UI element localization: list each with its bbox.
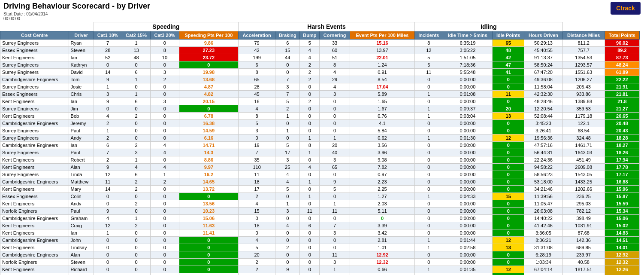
col-event-pts: Event Pts Per 100 Miles xyxy=(350,31,414,40)
cell-distance: 205.43 xyxy=(562,83,605,91)
cell-acceleration: 19 xyxy=(239,142,275,149)
table-row: Cambridgeshire Engineers John 0 0 0 0 4 … xyxy=(0,237,644,244)
cell-driver: Jim xyxy=(69,105,94,113)
cell-idle-time: 0:01:30 xyxy=(443,134,493,142)
cell-idle-time: 0:00:00 xyxy=(443,273,493,275)
table-row: Surrey Engineers Paul 1 0 0 14.59 3 1 0 … xyxy=(0,127,644,134)
cell-hours-driven: 67:47:20 xyxy=(524,69,562,76)
cell-event-pts: 3.56 xyxy=(350,142,414,149)
cell-hours-driven: 56:44:31 xyxy=(524,149,562,156)
cell-speeding-pts: 11.25 xyxy=(179,273,239,275)
cell-cat1: 14 xyxy=(94,186,122,193)
cell-braking: 44 xyxy=(275,54,300,61)
cell-driver: Paul xyxy=(69,127,94,134)
cell-braking: 5 xyxy=(275,98,300,105)
table-row: Kent Engineers Craig 12 2 0 11.63 18 4 6… xyxy=(0,222,644,229)
cell-cornering: 1 xyxy=(320,200,350,208)
cell-bump: 0 xyxy=(300,171,320,178)
cell-total-points: 15.06 xyxy=(605,215,640,222)
cell-hours-driven: 11:05:47 xyxy=(524,200,562,208)
cell-cat3: 4 xyxy=(151,149,179,156)
cell-cat3: 1 xyxy=(151,171,179,178)
cell-idle-time: 0:00:00 xyxy=(443,259,493,266)
cell-cat1: 9 xyxy=(94,208,122,215)
cell-event-pts: 0.97 xyxy=(350,171,414,178)
cell-event-pts: 0.91 xyxy=(350,69,414,76)
cell-cat3: 0 xyxy=(151,40,179,47)
cell-cat1: 0 xyxy=(94,200,122,208)
col-acceleration: Acceleration xyxy=(239,31,275,40)
cell-hours-driven: 3:36:05 xyxy=(524,229,562,237)
cell-driver: David xyxy=(69,69,94,76)
cell-total-points: 21.8 xyxy=(605,98,640,105)
cell-cat3: 2 xyxy=(151,178,179,186)
cell-braking: 0 xyxy=(275,69,300,76)
cell-bump: 8 xyxy=(300,142,320,149)
cell-speeding-pts: 14.59 xyxy=(179,127,239,134)
cell-incidents: 0 xyxy=(415,251,443,259)
cell-bump: 0 xyxy=(300,229,320,237)
cell-speeding-pts: 0 xyxy=(179,105,239,113)
cell-cornering: 3 xyxy=(320,229,350,237)
cell-idle-time: 0:00:00 xyxy=(443,186,493,193)
cell-distance: 239.97 xyxy=(562,251,605,259)
cell-cat1: 6 xyxy=(94,142,122,149)
cell-acceleration: 4 xyxy=(239,105,275,113)
cell-cornering: 40 xyxy=(320,149,350,156)
cell-acceleration: 8 xyxy=(239,69,275,76)
cell-cost-centre: Surrey Engineers xyxy=(0,171,69,178)
cell-idle-time: 0:00:00 xyxy=(443,222,493,229)
cell-cat3: 0 xyxy=(151,259,179,266)
cell-cornering: 33 xyxy=(320,40,350,47)
cell-cat3: 2 xyxy=(151,76,179,83)
start-time: 00:00:00 xyxy=(3,16,20,21)
table-row: Essex Engineers Steven 28 13 8 27.23 42 … xyxy=(0,47,644,54)
cell-cornering: 29 xyxy=(320,76,350,83)
cell-incidents: 1 xyxy=(415,193,443,200)
cell-distance: 122.1 xyxy=(562,120,605,127)
cell-acceleration: 28 xyxy=(239,83,275,91)
cell-cat1: 9 xyxy=(94,164,122,171)
cell-idle-time: 6:35:19 xyxy=(443,40,493,47)
cell-braking: 1 xyxy=(275,113,300,120)
cell-idle-time: 0:00:00 xyxy=(443,76,493,83)
cell-cat1: 11 xyxy=(94,178,122,186)
cell-driver: Paul xyxy=(69,149,94,156)
cell-idle-points: 0 xyxy=(493,142,524,149)
cell-cornering: 0 xyxy=(320,127,350,134)
cell-incidents: 1 xyxy=(415,244,443,251)
section-header-row: Speeding Harsh Events Idling xyxy=(0,22,644,31)
cell-distance: 757.7 xyxy=(562,47,605,54)
cell-bump: 0 xyxy=(300,156,320,164)
table-row: Cambridgeshire Engineers Ian 6 2 4 14.71… xyxy=(0,142,644,149)
cell-braking: 0 xyxy=(275,251,300,259)
cell-idle-points: 0 xyxy=(493,200,524,208)
cell-bump: 2 xyxy=(300,69,320,76)
cell-cost-centre: Kent Engineers xyxy=(0,200,69,208)
cell-hours-driven: 41:42:46 xyxy=(524,222,562,229)
cell-speeding-pts: 6.78 xyxy=(179,113,239,120)
cell-driver: Alan xyxy=(69,251,94,259)
cell-idle-time: 0:01:44 xyxy=(443,237,493,244)
cell-distance: 236.25 xyxy=(562,193,605,200)
cell-cat2: 1 xyxy=(122,91,150,98)
cell-cat2: 2 xyxy=(122,186,150,193)
table-row: Cambridgeshire Engineers Graham 4 1 0 15… xyxy=(0,215,644,222)
cell-cat2: 0 xyxy=(122,83,150,91)
cell-idle-points: 20 xyxy=(493,105,524,113)
cell-cost-centre: Essex Engineers xyxy=(0,193,69,200)
cell-cat1: 0 xyxy=(94,237,122,244)
table-row: Surrey Engineers Linda 12 6 1 16.2 11 4 … xyxy=(0,171,644,178)
cell-cat3: 0 xyxy=(151,91,179,98)
col-bump: Bump xyxy=(300,31,320,40)
cell-idle-points: 12 xyxy=(493,266,524,273)
cell-braking: 0 xyxy=(275,120,300,127)
cell-distance: 933.86 xyxy=(562,91,605,98)
table-row: Norfolk Enginers Steven 0 0 0 0 2 0 0 3 … xyxy=(0,259,644,266)
cell-hours-driven: 58:50:24 xyxy=(524,61,562,69)
col-cost-centre: Cost Centre xyxy=(0,31,69,40)
cell-cornering: 4 xyxy=(320,83,350,91)
cell-incidents: 12 xyxy=(415,47,443,54)
cell-hours-driven: 50:29:13 xyxy=(524,40,562,47)
column-header-row: Cost Centre Driver Cat1 10% Cat2 15% Cat… xyxy=(0,31,644,40)
